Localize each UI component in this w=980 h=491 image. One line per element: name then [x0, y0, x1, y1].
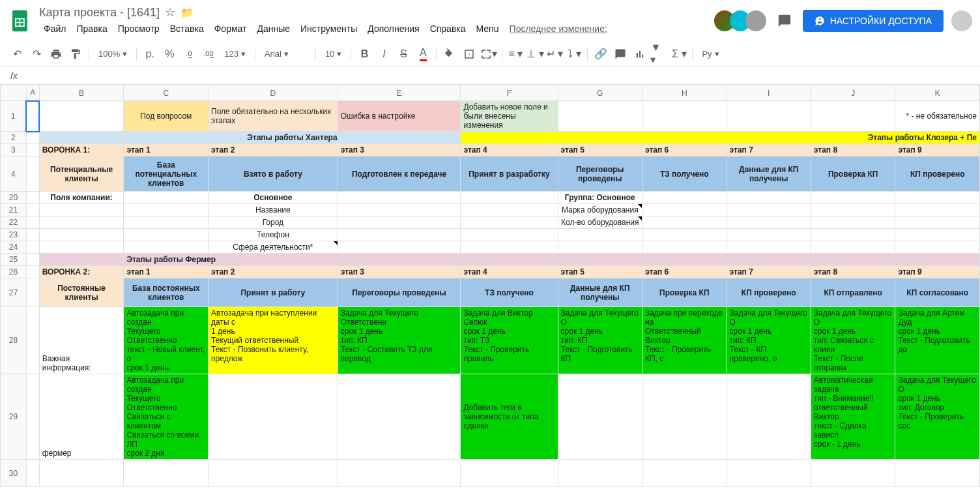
valign-icon[interactable]: ⊥ ▾ [526, 45, 544, 63]
cell[interactable]: этап 7 [727, 266, 811, 278]
cell[interactable]: Переговоры проведены [338, 278, 461, 307]
cell[interactable] [39, 216, 124, 229]
cell[interactable] [642, 101, 727, 132]
col-header[interactable]: I [727, 85, 811, 101]
col-header[interactable]: D [209, 85, 338, 101]
cell[interactable]: База потенциальных клиентов [124, 156, 209, 192]
cell[interactable]: Принят в разработку [461, 156, 558, 192]
cell[interactable] [39, 254, 124, 266]
cell[interactable] [727, 374, 811, 460]
cell[interactable]: Переговоры проведены [558, 156, 642, 192]
cell[interactable] [642, 216, 727, 229]
cell[interactable] [26, 307, 39, 374]
cell[interactable] [558, 101, 642, 132]
corner-cell[interactable] [1, 85, 27, 101]
cell[interactable] [895, 460, 980, 487]
borders-icon[interactable] [460, 45, 478, 63]
cell[interactable] [727, 216, 811, 229]
row-header[interactable]: 30 [1, 460, 27, 487]
cell[interactable]: Задача для Текущего О срок 1 день тип: К… [727, 307, 811, 374]
merge-cells-icon[interactable]: ▾ [480, 45, 498, 63]
text-color-icon[interactable]: A [414, 45, 432, 63]
cell[interactable]: Автозадача при создан Текущего Ответстве… [124, 307, 209, 374]
cell[interactable] [26, 192, 39, 204]
increase-decimal-icon[interactable]: .00̲ [199, 45, 218, 63]
cell[interactable] [461, 192, 558, 204]
col-header[interactable]: H [642, 85, 727, 101]
cell[interactable] [39, 460, 124, 487]
cell[interactable] [642, 374, 727, 460]
link-icon[interactable]: 🔗 [592, 45, 610, 63]
cell[interactable]: Этапы работы Фермер [124, 254, 980, 266]
cell[interactable] [461, 216, 558, 229]
cell[interactable] [338, 374, 461, 460]
row-header[interactable]: 1 [1, 101, 27, 132]
folder-icon[interactable]: 📁 [180, 7, 194, 19]
star-icon[interactable]: ☆ [165, 5, 175, 20]
cell[interactable] [461, 204, 558, 216]
cell[interactable] [39, 204, 124, 216]
cell[interactable]: Марка оборудования [558, 204, 642, 216]
rotate-icon[interactable]: ⤵ ▾ [565, 45, 583, 63]
cell[interactable]: Поля компании: [39, 192, 124, 204]
formula-bar[interactable]: fx [0, 67, 980, 85]
undo-icon[interactable]: ↶ [8, 45, 26, 63]
cell[interactable]: этап 5 [558, 144, 642, 156]
sheets-logo-icon[interactable] [8, 8, 34, 34]
strikethrough-icon[interactable]: S [394, 45, 412, 63]
cell[interactable]: ТЗ получено [642, 156, 727, 192]
menu-view[interactable]: Просмотр [113, 21, 164, 37]
wrap-icon[interactable]: ↵ ▾ [545, 45, 564, 63]
cell[interactable] [124, 241, 209, 254]
cell[interactable] [26, 156, 39, 192]
menu-data[interactable]: Данные [252, 21, 295, 37]
col-header[interactable]: F [461, 85, 558, 101]
comment-icon[interactable] [611, 45, 629, 63]
cell[interactable] [338, 192, 461, 204]
row-header[interactable]: 26 [1, 266, 27, 278]
cell[interactable]: Основное [209, 192, 338, 204]
col-header[interactable]: K [895, 85, 980, 101]
cell[interactable]: этап 8 [811, 144, 895, 156]
cell[interactable] [338, 241, 461, 254]
cell[interactable]: Подготовлен к передаче [338, 156, 461, 192]
font-size-select[interactable]: 10 ▾ [320, 46, 347, 61]
redo-icon[interactable]: ↷ [27, 45, 46, 63]
cell[interactable] [558, 374, 642, 460]
menu-help[interactable]: Справка [425, 21, 470, 37]
comments-icon[interactable] [774, 10, 795, 31]
cell[interactable] [461, 460, 558, 487]
menu-menu[interactable]: Menu [472, 21, 504, 37]
functions-icon[interactable]: Σ ▾ [670, 45, 688, 63]
cell[interactable] [727, 204, 811, 216]
cell[interactable]: ВОРОНКА 2: [39, 266, 124, 278]
cell[interactable] [26, 460, 39, 487]
cell[interactable]: КП проверено [895, 156, 980, 192]
cell[interactable] [811, 216, 895, 229]
cell[interactable] [26, 254, 39, 266]
cell[interactable] [642, 204, 727, 216]
cell[interactable] [642, 241, 727, 254]
cell[interactable]: Задача для Виктор Селюк срок 1 день тип:… [461, 307, 558, 374]
cell[interactable]: * - не обязательное [895, 101, 980, 132]
menu-format[interactable]: Формат [210, 21, 252, 37]
format-select[interactable]: 123 ▾ [219, 46, 251, 61]
cell[interactable]: Под вопросом [124, 101, 209, 132]
row-header[interactable]: 3 [1, 144, 27, 156]
cell[interactable] [26, 216, 39, 229]
cell[interactable]: этап 2 [209, 266, 338, 278]
cell[interactable]: этап 1 [124, 144, 209, 156]
row-header[interactable]: 29 [1, 374, 27, 460]
cell[interactable] [26, 374, 39, 460]
paint-format-icon[interactable] [66, 45, 85, 63]
row-header[interactable]: 28 [1, 307, 27, 374]
cell[interactable] [124, 204, 209, 216]
cell[interactable]: этап 5 [558, 266, 642, 278]
col-header[interactable]: C [124, 85, 209, 101]
cell[interactable] [39, 132, 124, 144]
bold-icon[interactable]: B [355, 45, 373, 63]
cell[interactable]: Автозадача при создан Текущего Ответстве… [124, 374, 209, 460]
cell[interactable]: ТЗ получено [461, 278, 558, 307]
cell[interactable]: этап 1 [124, 266, 209, 278]
cell[interactable] [124, 460, 209, 487]
